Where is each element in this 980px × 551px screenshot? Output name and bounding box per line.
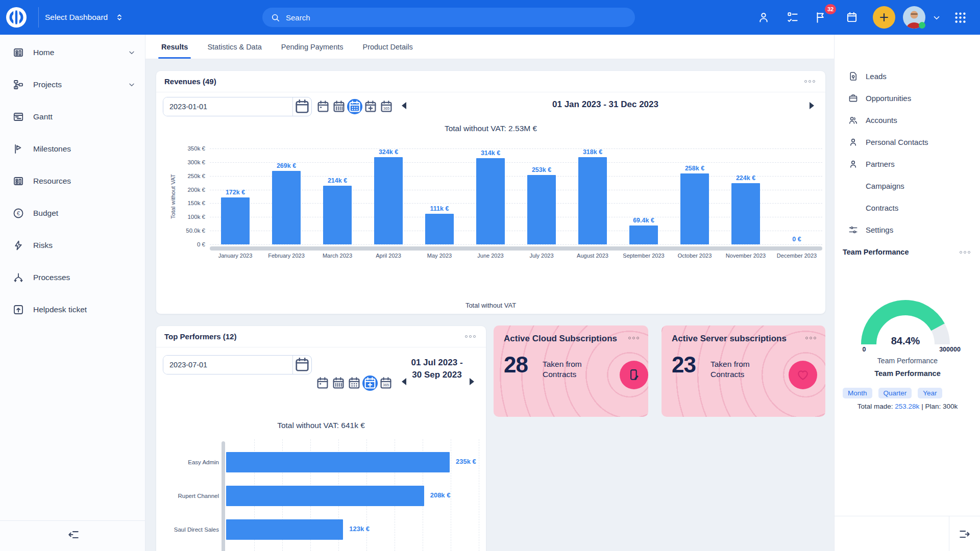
sidebar-item-budget[interactable]: €Budget — [0, 197, 145, 229]
sidebar-item-home[interactable]: Home — [0, 36, 145, 68]
top-performers-period-year-button[interactable]: 365 — [378, 375, 394, 391]
card-value: 23 — [672, 352, 696, 378]
revenues-period-week-button[interactable] — [331, 99, 347, 114]
bar-april-2023[interactable] — [374, 157, 403, 244]
bar-january-2023[interactable] — [221, 197, 250, 244]
bar-march-2023[interactable] — [323, 186, 352, 244]
gauge-period-quarter-button[interactable]: Quarter — [878, 388, 912, 398]
sidebar-item-gantt[interactable]: Gantt — [0, 101, 145, 133]
revenues-date-calendar-icon[interactable] — [292, 97, 311, 116]
top-performers-menu-kebab-icon[interactable] — [463, 333, 478, 340]
flag-notifications-icon[interactable] — [814, 11, 827, 24]
svg-text:€: € — [17, 210, 20, 216]
revenues-chart-scrollbar[interactable] — [210, 246, 822, 251]
tasks-checklist-icon[interactable] — [786, 11, 799, 24]
right-sidebar-item-leads[interactable]: Leads — [835, 65, 980, 87]
revenues-date-input[interactable] — [163, 97, 292, 116]
bar-easy-admin[interactable] — [226, 452, 450, 472]
tab-product-details[interactable]: Product Details — [356, 35, 419, 59]
bar-september-2023[interactable] — [629, 226, 658, 244]
bar-october-2023[interactable] — [680, 173, 709, 244]
top-performers-period-quarter-button[interactable] — [362, 375, 378, 391]
search-bar[interactable] — [262, 8, 635, 27]
right-sidebar-item-campaigns[interactable]: Campaigns — [835, 175, 980, 197]
revenues-y-axis-label: Total without VAT — [170, 174, 176, 219]
top-performers-period-day-button[interactable] — [315, 375, 330, 391]
right-sidebar-item-personal-contacts[interactable]: Personal Contacts — [835, 131, 980, 153]
revenues-next-period-icon[interactable] — [808, 102, 816, 110]
chevron-down-icon[interactable] — [128, 81, 136, 89]
revenues-period-month-button[interactable] — [347, 99, 362, 114]
top-performers-period-week-button[interactable] — [331, 375, 346, 391]
bar-june-2023[interactable] — [476, 158, 505, 244]
x-axis-label: August 2023 — [567, 253, 618, 259]
revenues-period-quarter-button[interactable] — [363, 99, 378, 114]
sidebar-item-processes[interactable]: Processes — [0, 261, 145, 293]
revenues-prev-period-icon[interactable] — [400, 102, 407, 110]
bar-value-label: 269k € — [277, 162, 296, 169]
sidebar-item-label: Helpdesk ticket — [33, 305, 136, 314]
card-title: Active Server subscriptions — [672, 334, 787, 344]
app-logo-icon[interactable] — [6, 7, 27, 28]
expand-sidebar-icon[interactable] — [958, 528, 971, 541]
active-server-subscriptions-card[interactable]: Active Server subscriptions 23 Taken fro… — [662, 325, 825, 417]
home-icon — [12, 46, 24, 59]
tab-statistics-data[interactable]: Statistics & Data — [201, 35, 267, 59]
sidebar-item-risks[interactable]: Risks — [0, 229, 145, 261]
card-menu-kebab-icon[interactable] — [626, 335, 641, 341]
bar-february-2023[interactable] — [272, 171, 301, 245]
user-avatar[interactable] — [903, 6, 925, 29]
bar-august-2023[interactable] — [578, 157, 607, 244]
bar-value-label: 224k € — [736, 174, 755, 182]
sidebar-item-projects[interactable]: Projects — [0, 68, 145, 101]
bar-value-label: 318k € — [583, 148, 602, 156]
sidebar-item-resources[interactable]: Resources — [0, 165, 145, 197]
right-sidebar-item-settings[interactable]: Settings — [835, 219, 980, 241]
quick-add-button[interactable] — [873, 6, 895, 29]
accounts-icon — [848, 115, 859, 126]
tab-pending-payments[interactable]: Pending Payments — [275, 35, 350, 59]
x-axis-label: June 2023 — [465, 253, 516, 259]
gauge-period-year-button[interactable]: Year — [918, 388, 942, 398]
bar-value-label: 69.4k € — [633, 217, 654, 224]
revenues-period-year-button[interactable]: 365 — [379, 99, 394, 114]
revenues-menu-kebab-icon[interactable] — [802, 78, 817, 85]
right-sidebar-item-opportunities[interactable]: Opportunities — [835, 87, 980, 109]
right-sidebar-item-label: Settings — [866, 226, 893, 234]
tab-results[interactable]: Results — [155, 35, 194, 59]
top-performers-date-input[interactable] — [163, 356, 292, 374]
bar-may-2023[interactable] — [425, 214, 454, 244]
dashboard-selector[interactable]: Select Dashboard — [45, 0, 124, 35]
note-edit-icon — [620, 361, 648, 389]
bar-saul-direct-sales[interactable] — [226, 519, 343, 540]
active-cloud-subscriptions-card[interactable]: Active Cloud Subscriptions 28 Taken from… — [494, 325, 648, 417]
top-performers-period-month-button[interactable] — [347, 375, 362, 391]
calendar-icon[interactable] — [845, 11, 859, 24]
right-sidebar-item-contracts[interactable]: Contracts — [835, 197, 980, 219]
top-performers-date-calendar-icon[interactable] — [292, 356, 311, 374]
apps-grid-icon[interactable] — [953, 11, 967, 24]
team-performance-kebab-icon[interactable] — [958, 249, 972, 256]
right-sidebar-item-accounts[interactable]: Accounts — [835, 109, 980, 131]
x-axis-label: July 2023 — [516, 253, 567, 259]
y-tick-label: 300k € — [187, 159, 205, 165]
total-made-value-link[interactable]: 253.28k — [895, 403, 919, 410]
leads-icon — [848, 71, 859, 82]
sidebar-item-milestones[interactable]: Milestones — [0, 133, 145, 165]
bar-july-2023[interactable] — [527, 175, 556, 244]
search-input[interactable] — [286, 13, 627, 22]
x-axis-label: February 2023 — [261, 253, 312, 259]
bar-rupert-channel[interactable] — [226, 486, 424, 506]
gauge-period-month-button[interactable]: Month — [843, 388, 872, 398]
user-icon[interactable] — [757, 11, 770, 24]
right-sidebar-footer — [835, 516, 980, 551]
card-menu-kebab-icon[interactable] — [803, 335, 818, 341]
top-performers-next-period-icon[interactable] — [469, 378, 476, 386]
sidebar-item-helpdesk-ticket[interactable]: Helpdesk ticket — [0, 293, 145, 325]
collapse-sidebar-icon[interactable] — [67, 528, 80, 541]
right-sidebar-item-partners[interactable]: Partners — [835, 153, 980, 175]
chevron-down-icon[interactable] — [128, 48, 136, 57]
avatar-chevron-down-icon[interactable] — [932, 13, 941, 22]
revenues-period-day-button[interactable] — [315, 99, 331, 114]
bar-november-2023[interactable] — [731, 183, 760, 244]
